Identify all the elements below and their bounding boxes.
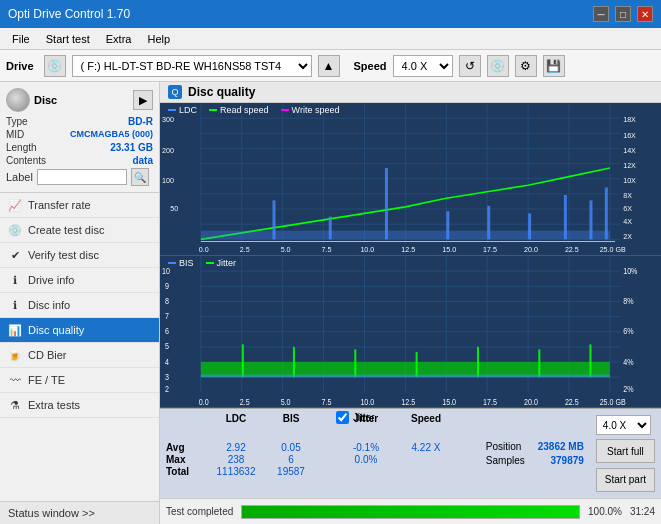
ldc-color bbox=[168, 109, 176, 111]
eject-button[interactable]: ▲ bbox=[318, 55, 340, 77]
svg-text:6: 6 bbox=[165, 326, 169, 336]
disc-row-contents: Contents data bbox=[6, 155, 153, 166]
max-bis: 6 bbox=[266, 454, 316, 465]
svg-rect-106 bbox=[477, 346, 479, 376]
disc-row-type: Type BD-R bbox=[6, 116, 153, 127]
svg-rect-54 bbox=[201, 231, 610, 240]
svg-text:10%: 10% bbox=[623, 265, 637, 275]
samples-label: Samples bbox=[486, 455, 525, 466]
svg-text:5.0: 5.0 bbox=[281, 397, 291, 407]
jitter-checkbox[interactable] bbox=[336, 411, 349, 424]
sidebar-item-disc-quality[interactable]: 📊 Disc quality bbox=[0, 318, 159, 343]
refresh-button[interactable]: ↺ bbox=[459, 55, 481, 77]
time-elapsed: 31:24 bbox=[630, 506, 655, 517]
start-part-button[interactable]: Start part bbox=[596, 468, 655, 492]
menu-help[interactable]: Help bbox=[139, 31, 178, 47]
svg-text:4X: 4X bbox=[623, 217, 632, 226]
total-bis: 19587 bbox=[266, 466, 316, 477]
chart2-legend: BIS Jitter bbox=[168, 258, 236, 268]
jitter-checkbox-row: Jitter bbox=[336, 411, 644, 424]
start-full-button[interactable]: Start full bbox=[596, 439, 655, 463]
svg-text:14X: 14X bbox=[623, 146, 636, 155]
svg-text:20.0: 20.0 bbox=[524, 397, 538, 407]
disc-title: Disc bbox=[34, 94, 57, 106]
bis-col-header: BIS bbox=[266, 413, 316, 424]
svg-text:12.5: 12.5 bbox=[401, 245, 415, 254]
svg-text:2X: 2X bbox=[623, 232, 632, 241]
sidebar: Disc ▶ Type BD-R MID CMCMAGBA5 (000) Len… bbox=[0, 82, 160, 524]
disc-row-mid: MID CMCMAGBA5 (000) bbox=[6, 129, 153, 140]
max-speed bbox=[396, 454, 456, 465]
svg-text:6X: 6X bbox=[623, 204, 632, 213]
fe-te-icon: 〰 bbox=[8, 373, 22, 387]
legend-bis: BIS bbox=[168, 258, 194, 268]
svg-text:300: 300 bbox=[162, 115, 174, 124]
svg-text:18X: 18X bbox=[623, 115, 636, 124]
svg-text:8X: 8X bbox=[623, 191, 632, 200]
menu-start-test[interactable]: Start test bbox=[38, 31, 98, 47]
stats-bar: LDC BIS Jitter Speed Jitter Avg 2.92 0.0… bbox=[160, 408, 661, 498]
legend-read-speed: Read speed bbox=[209, 105, 269, 115]
cd-bier-icon: 🍺 bbox=[8, 348, 22, 362]
read-speed-color bbox=[209, 109, 217, 111]
close-button[interactable]: ✕ bbox=[637, 6, 653, 22]
disc-quality-header: Q Disc quality bbox=[160, 82, 661, 103]
sidebar-item-cd-bier[interactable]: 🍺 CD Bier bbox=[0, 343, 159, 368]
progress-bar-container bbox=[241, 505, 580, 519]
chart2-svg: 10 9 8 7 6 5 4 3 2 10% 8% 6% 4% 2% 0 bbox=[160, 256, 661, 408]
label-input[interactable] bbox=[37, 169, 127, 185]
drive-select[interactable]: ( F:) HL-DT-ST BD-RE WH16NS58 TST4 bbox=[72, 55, 312, 77]
minimize-button[interactable]: ─ bbox=[593, 6, 609, 22]
samples-row: Samples 379879 bbox=[486, 455, 584, 466]
position-row: Position 23862 MB bbox=[486, 441, 584, 452]
svg-text:2%: 2% bbox=[623, 384, 633, 394]
svg-text:17.5: 17.5 bbox=[483, 397, 497, 407]
sidebar-item-create-test-disc[interactable]: 💿 Create test disc bbox=[0, 218, 159, 243]
disc-quality-header-icon: Q bbox=[168, 85, 182, 99]
svg-text:12.5: 12.5 bbox=[401, 397, 415, 407]
avg-label: Avg bbox=[166, 442, 206, 453]
svg-rect-104 bbox=[354, 349, 356, 377]
bis-color bbox=[168, 262, 176, 264]
menu-extra[interactable]: Extra bbox=[98, 31, 140, 47]
position-value: 23862 MB bbox=[538, 441, 584, 452]
svg-text:10.0: 10.0 bbox=[360, 245, 374, 254]
label-btn[interactable]: 🔍 bbox=[131, 168, 149, 186]
svg-text:10.0: 10.0 bbox=[360, 397, 374, 407]
status-window-btn[interactable]: Status window >> bbox=[0, 501, 159, 524]
transfer-rate-icon: 📈 bbox=[8, 198, 22, 212]
sidebar-item-extra-tests[interactable]: ⚗ Extra tests bbox=[0, 393, 159, 418]
menu-file[interactable]: File bbox=[4, 31, 38, 47]
svg-text:7: 7 bbox=[165, 311, 169, 321]
sidebar-item-disc-info[interactable]: ℹ Disc info bbox=[0, 293, 159, 318]
speed-select[interactable]: 4.0 X bbox=[393, 55, 453, 77]
disc-quality-icon: 📊 bbox=[8, 323, 22, 337]
svg-text:15.0: 15.0 bbox=[442, 397, 456, 407]
svg-text:9: 9 bbox=[165, 281, 169, 291]
max-jitter: 0.0% bbox=[336, 454, 396, 465]
disc-icon-btn[interactable]: 💿 bbox=[487, 55, 509, 77]
maximize-button[interactable]: □ bbox=[615, 6, 631, 22]
total-ldc: 1113632 bbox=[206, 466, 266, 477]
verify-disc-icon: ✔ bbox=[8, 248, 22, 262]
disc-action-btn[interactable]: ▶ bbox=[133, 90, 153, 110]
svg-text:10X: 10X bbox=[623, 176, 636, 185]
disc-icon bbox=[6, 88, 30, 112]
chart2-container: BIS Jitter bbox=[160, 256, 661, 409]
svg-text:2.5: 2.5 bbox=[240, 245, 250, 254]
settings-button[interactable]: ⚙ bbox=[515, 55, 537, 77]
svg-rect-103 bbox=[293, 346, 295, 376]
svg-text:8%: 8% bbox=[623, 296, 633, 306]
sidebar-item-fe-te[interactable]: 〰 FE / TE bbox=[0, 368, 159, 393]
svg-rect-102 bbox=[242, 344, 244, 377]
svg-rect-108 bbox=[589, 344, 591, 377]
sidebar-item-drive-info[interactable]: ℹ Drive info bbox=[0, 268, 159, 293]
svg-text:16X: 16X bbox=[623, 130, 636, 139]
sidebar-item-verify-test-disc[interactable]: ✔ Verify test disc bbox=[0, 243, 159, 268]
svg-text:20.0: 20.0 bbox=[524, 245, 538, 254]
svg-text:22.5: 22.5 bbox=[565, 245, 579, 254]
svg-text:0.0: 0.0 bbox=[199, 397, 209, 407]
sidebar-item-transfer-rate[interactable]: 📈 Transfer rate bbox=[0, 193, 159, 218]
write-speed-color bbox=[281, 109, 289, 111]
save-button[interactable]: 💾 bbox=[543, 55, 565, 77]
